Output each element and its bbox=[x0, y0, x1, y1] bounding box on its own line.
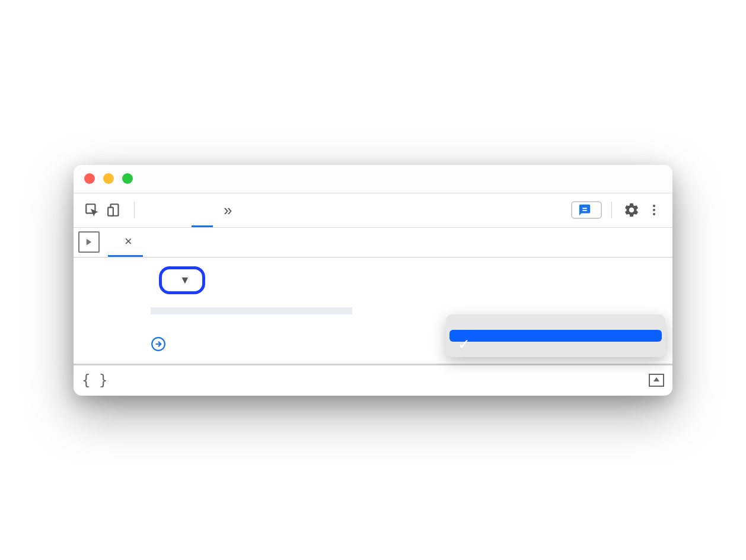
main-toolbar: » bbox=[74, 193, 672, 228]
chevron-down-icon: ▼ bbox=[180, 274, 190, 287]
navigator-toggle-icon[interactable] bbox=[78, 231, 100, 253]
menu-item-logpoint[interactable] bbox=[449, 342, 662, 354]
statusbar: { } bbox=[74, 365, 672, 396]
code-editor[interactable]: ▼ bbox=[74, 257, 672, 365]
svg-rect-2 bbox=[108, 208, 113, 216]
file-tab-installhook[interactable] bbox=[143, 227, 164, 257]
tab-console[interactable] bbox=[168, 193, 189, 227]
svg-point-5 bbox=[653, 213, 655, 215]
minimize-window-button[interactable] bbox=[103, 173, 114, 184]
breakpoint-condition-input[interactable] bbox=[151, 307, 352, 314]
menu-item-breakpoint[interactable] bbox=[449, 318, 662, 330]
file-tab-renderer[interactable] bbox=[164, 227, 186, 257]
issues-badge[interactable] bbox=[571, 201, 602, 219]
breakpoint-type-dropdown[interactable]: ▼ bbox=[159, 266, 205, 294]
traffic-lights bbox=[84, 173, 133, 184]
titlebar bbox=[74, 165, 672, 193]
svg-point-3 bbox=[653, 205, 655, 207]
drawer-toggle-icon[interactable] bbox=[649, 374, 664, 387]
maximize-window-button[interactable] bbox=[122, 173, 133, 184]
file-tabs-bar: × bbox=[74, 228, 672, 257]
menu-item-conditional-breakpoint[interactable] bbox=[449, 330, 662, 342]
close-tab-icon[interactable]: × bbox=[125, 234, 132, 249]
arrow-right-circle-icon bbox=[151, 336, 166, 352]
pretty-print-icon[interactable]: { } bbox=[82, 372, 107, 389]
close-window-button[interactable] bbox=[84, 173, 95, 184]
file-tab-get-started[interactable]: × bbox=[108, 227, 143, 257]
more-options-icon[interactable] bbox=[644, 200, 664, 220]
more-tabs-icon[interactable]: » bbox=[215, 201, 240, 219]
toolbar-separator bbox=[611, 202, 612, 218]
device-toolbar-icon[interactable] bbox=[104, 200, 125, 220]
toolbar-separator bbox=[134, 202, 135, 218]
settings-icon[interactable] bbox=[621, 200, 642, 220]
tab-sources[interactable] bbox=[192, 193, 213, 227]
inspect-element-icon[interactable] bbox=[82, 200, 102, 220]
breakpoint-type-menu bbox=[446, 314, 665, 357]
tab-elements[interactable] bbox=[144, 193, 165, 227]
devtools-window: » × bbox=[74, 165, 672, 396]
svg-point-4 bbox=[653, 209, 655, 211]
